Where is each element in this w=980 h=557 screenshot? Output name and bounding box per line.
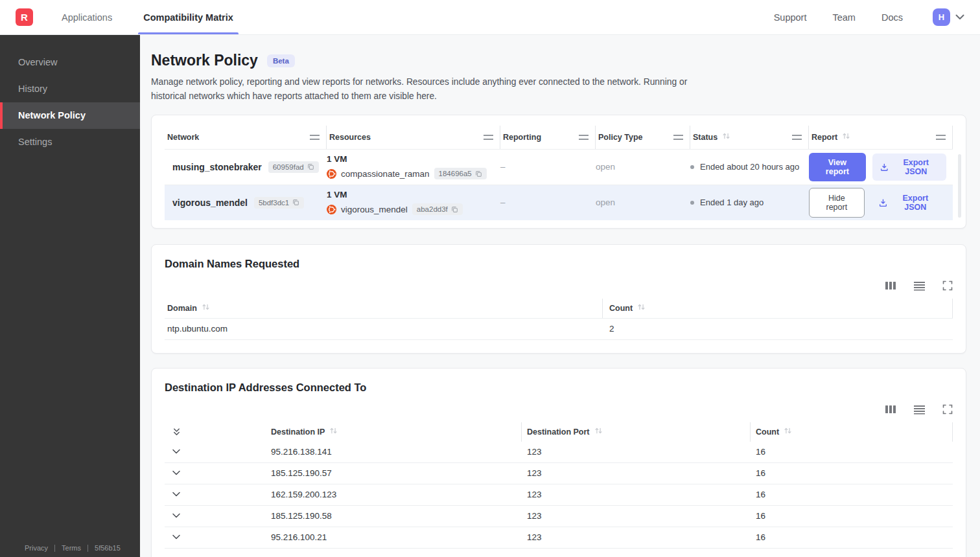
drag-handle-icon[interactable] <box>484 135 493 140</box>
network-id: 60959fad <box>273 163 304 171</box>
table-row[interactable]: 185.125.190.57 123 16 <box>165 463 953 484</box>
expand-all-icon[interactable] <box>165 422 268 442</box>
nav-support[interactable]: Support <box>774 12 807 23</box>
table-row[interactable]: 162.159.200.123 123 16 <box>165 484 953 506</box>
row-expand-chevron-icon[interactable] <box>165 470 268 476</box>
destination-port-value: 123 <box>521 511 750 521</box>
count-value: 16 <box>750 468 953 478</box>
rows-icon[interactable] <box>913 404 926 415</box>
drag-handle-icon[interactable] <box>936 135 946 140</box>
sidebar-footer: Privacy Terms 5f56b15 <box>0 544 140 552</box>
network-id-badge[interactable]: 5bdf3dc1 <box>254 197 304 209</box>
hide-report-button[interactable]: Hide report <box>809 188 865 218</box>
nav-team[interactable]: Team <box>832 12 855 23</box>
fullscreen-icon[interactable] <box>942 280 953 291</box>
status-dot-icon <box>690 201 694 205</box>
column-header-count[interactable]: Count <box>750 422 953 442</box>
network-name: vigorous_mendel <box>172 198 248 208</box>
network-id-badge[interactable]: 60959fad <box>268 161 319 173</box>
destination-ip-value: 185.125.190.57 <box>268 468 521 478</box>
sort-icon[interactable] <box>329 427 338 437</box>
column-header-destination-ip[interactable]: Destination IP <box>268 422 521 442</box>
table-row[interactable]: 95.216.138.141 123 16 <box>165 442 953 463</box>
resource-id-badge[interactable]: 184696a5 <box>434 168 487 179</box>
networks-table-card: Network Resources Reporting Policy Type … <box>151 115 966 229</box>
sidebar: Overview History Network Policy Settings… <box>0 35 140 557</box>
sort-icon[interactable] <box>784 427 792 437</box>
destination-ip-value: 185.125.190.58 <box>268 511 521 521</box>
network-id: 5bdf3dc1 <box>259 199 289 207</box>
columns-icon[interactable] <box>885 404 896 415</box>
column-label: Report <box>811 133 837 142</box>
column-header-reporting[interactable]: Reporting <box>500 126 596 149</box>
resource-id-badge[interactable]: aba2dd3f <box>412 203 463 215</box>
destination-port-value: 123 <box>521 447 750 457</box>
row-expand-chevron-icon[interactable] <box>165 513 268 519</box>
privacy-link[interactable]: Privacy <box>25 544 48 552</box>
columns-icon[interactable] <box>885 280 896 291</box>
row-expand-chevron-icon[interactable] <box>165 534 268 540</box>
table-row[interactable]: musing_stonebraker 60959fad 1 VM compass… <box>165 149 953 185</box>
sort-icon[interactable] <box>722 132 730 142</box>
networks-table-header: Network Resources Reporting Policy Type … <box>165 126 953 149</box>
avatar[interactable]: H <box>933 8 950 26</box>
copy-icon[interactable] <box>451 206 458 213</box>
fullscreen-icon[interactable] <box>942 404 953 415</box>
drag-handle-icon[interactable] <box>310 135 320 140</box>
resources-summary: 1 VM <box>327 190 494 199</box>
column-header-destination-port[interactable]: Destination Port <box>521 422 750 442</box>
row-expand-chevron-icon[interactable] <box>165 492 268 497</box>
resource-id: 184696a5 <box>439 170 472 177</box>
user-menu[interactable]: H <box>933 8 964 26</box>
terms-link[interactable]: Terms <box>62 544 81 552</box>
resource-name[interactable]: vigorous_mendel <box>341 205 408 214</box>
sort-icon[interactable] <box>594 427 603 437</box>
resource-name[interactable]: compassionate_raman <box>341 169 430 179</box>
drag-handle-icon[interactable] <box>792 135 802 140</box>
column-header-domain[interactable]: Domain <box>165 299 603 318</box>
table-row[interactable]: 185.125.190.58 123 16 <box>165 506 953 527</box>
nav-docs[interactable]: Docs <box>881 12 903 23</box>
column-header-count[interactable]: Count <box>603 299 953 318</box>
copy-icon[interactable] <box>307 163 314 170</box>
sidebar-item-overview[interactable]: Overview <box>0 49 140 76</box>
sort-icon[interactable] <box>202 303 210 313</box>
column-header-network[interactable]: Network <box>165 126 327 149</box>
drag-handle-icon[interactable] <box>579 135 589 140</box>
build-version: 5f56b15 <box>95 544 121 552</box>
chevron-down-icon[interactable] <box>955 14 964 20</box>
column-label: Network <box>167 133 199 142</box>
column-header-policy-type[interactable]: Policy Type <box>596 126 690 149</box>
tab-applications[interactable]: Applications <box>56 0 117 34</box>
table-row[interactable]: ntp.ubuntu.com 2 <box>165 318 953 340</box>
export-json-button[interactable]: Export JSON <box>871 189 946 216</box>
copy-icon[interactable] <box>292 199 299 206</box>
column-header-report[interactable]: Report <box>809 126 953 149</box>
main-content: Network Policy Beta Manage network polic… <box>140 35 980 557</box>
reporting-value: – <box>500 162 596 172</box>
sidebar-item-history[interactable]: History <box>0 76 140 102</box>
sort-icon[interactable] <box>842 132 850 142</box>
rows-icon[interactable] <box>913 280 926 291</box>
app-logo[interactable]: R <box>16 8 33 26</box>
sidebar-item-settings[interactable]: Settings <box>0 129 140 155</box>
column-header-resources[interactable]: Resources <box>327 126 500 149</box>
beta-badge: Beta <box>267 54 295 67</box>
sidebar-item-network-policy[interactable]: Network Policy <box>0 102 140 129</box>
column-header-status[interactable]: Status <box>690 126 809 149</box>
destination-ip-value: 95.216.138.141 <box>268 447 521 457</box>
count-value: 16 <box>750 532 953 542</box>
view-report-button[interactable]: View report <box>809 153 866 181</box>
primary-tabs: Applications Compatibility Matrix <box>56 0 239 34</box>
copy-icon[interactable] <box>475 170 482 177</box>
status-dot-icon <box>690 165 694 169</box>
table-row[interactable]: vigorous_mendel 5bdf3dc1 1 VM vigorous_m… <box>165 185 953 220</box>
sort-icon[interactable] <box>637 303 646 313</box>
table-row[interactable]: 95.216.100.21 123 16 <box>165 527 953 549</box>
export-json-button[interactable]: Export JSON <box>872 153 946 181</box>
scrollbar[interactable] <box>958 154 961 218</box>
row-expand-chevron-icon[interactable] <box>165 449 268 455</box>
tab-compatibility-matrix[interactable]: Compatibility Matrix <box>138 0 239 34</box>
card-title: Domain Names Requested <box>165 258 953 270</box>
drag-handle-icon[interactable] <box>673 135 683 140</box>
